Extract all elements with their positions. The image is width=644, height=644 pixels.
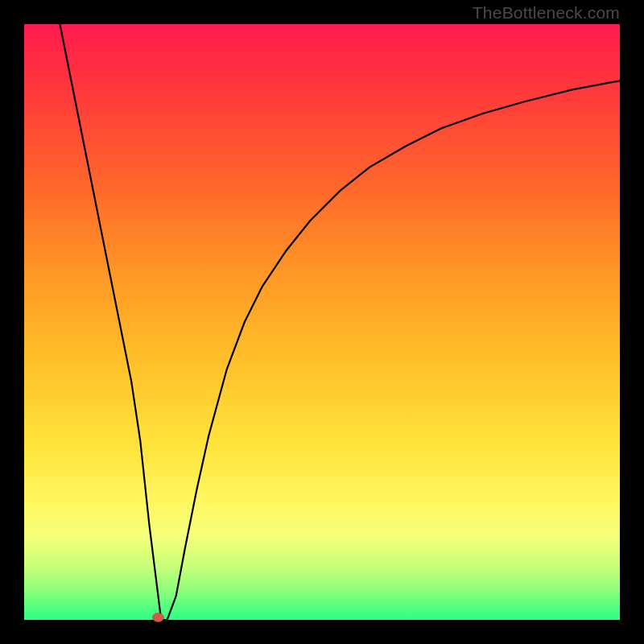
plot-area — [24, 24, 620, 620]
watermark-label: TheBottleneck.com — [473, 3, 620, 23]
chart-frame: TheBottleneck.com — [0, 0, 644, 644]
curve-layer — [24, 24, 620, 620]
bottleneck-curve — [60, 24, 620, 620]
marker-dot — [153, 613, 164, 622]
